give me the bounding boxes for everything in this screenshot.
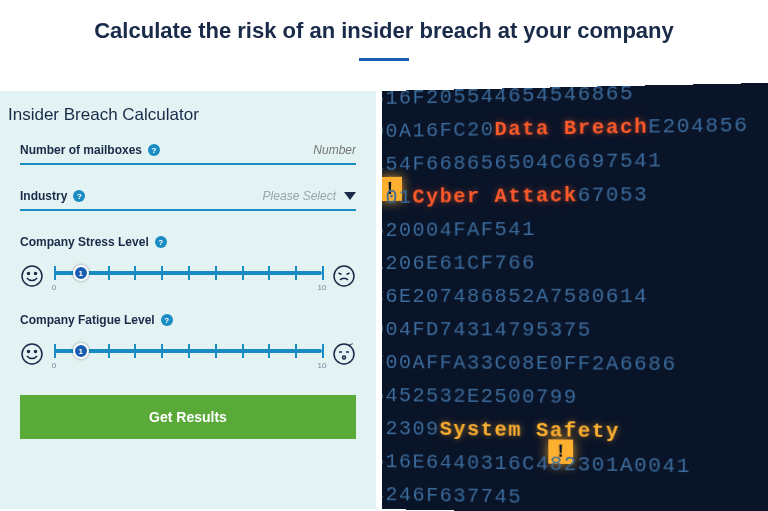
calculator-title: Insider Breach Calculator <box>8 105 356 125</box>
svg-point-2 <box>35 273 37 275</box>
page-title: Calculate the risk of an insider breach … <box>0 18 768 44</box>
fatigue-label: Company Fatigue Level ? <box>20 313 356 327</box>
chevron-down-icon <box>344 192 356 200</box>
happy-face-icon <box>20 264 44 288</box>
help-icon[interactable]: ? <box>73 190 85 202</box>
svg-point-0 <box>22 266 42 286</box>
svg-point-6 <box>35 351 37 353</box>
slider-thumb[interactable]: 1 <box>73 265 89 281</box>
svg-point-4 <box>22 344 42 364</box>
stress-field: Company Stress Level ? 0101 <box>20 235 356 293</box>
help-icon[interactable]: ? <box>155 236 167 248</box>
svg-point-1 <box>28 273 30 275</box>
svg-text:z: z <box>351 342 353 346</box>
decorative-graphic: ! ! 616F20554465454686500A16FC20Data Bre… <box>382 83 768 511</box>
svg-point-8 <box>343 356 346 359</box>
tired-face-icon: z z <box>332 342 356 366</box>
title-divider <box>359 58 409 61</box>
mailboxes-label: Number of mailboxes ? <box>20 143 160 157</box>
stress-slider[interactable]: 0101 <box>54 259 322 293</box>
mailboxes-input[interactable] <box>236 143 356 157</box>
slider-thumb[interactable]: 1 <box>73 343 89 359</box>
industry-select[interactable]: Please Select <box>263 189 356 203</box>
help-icon[interactable]: ? <box>148 144 160 156</box>
get-results-button[interactable]: Get Results <box>20 395 356 439</box>
svg-point-5 <box>28 351 30 353</box>
industry-field: Industry ? Please Select <box>20 189 356 211</box>
help-icon[interactable]: ? <box>161 314 173 326</box>
calculator-panel: Insider Breach Calculator Number of mail… <box>0 91 376 509</box>
happy-face-icon <box>20 342 44 366</box>
industry-label: Industry ? <box>20 189 85 203</box>
stressed-face-icon <box>332 264 356 288</box>
page-header: Calculate the risk of an insider breach … <box>0 0 768 71</box>
mailboxes-field: Number of mailboxes ? <box>20 143 356 165</box>
main-content: Insider Breach Calculator Number of mail… <box>0 91 768 509</box>
stress-label: Company Stress Level ? <box>20 235 356 249</box>
fatigue-field: Company Fatigue Level ? 0101 z z <box>20 313 356 371</box>
fatigue-slider[interactable]: 0101 <box>54 337 322 371</box>
svg-point-3 <box>334 266 354 286</box>
